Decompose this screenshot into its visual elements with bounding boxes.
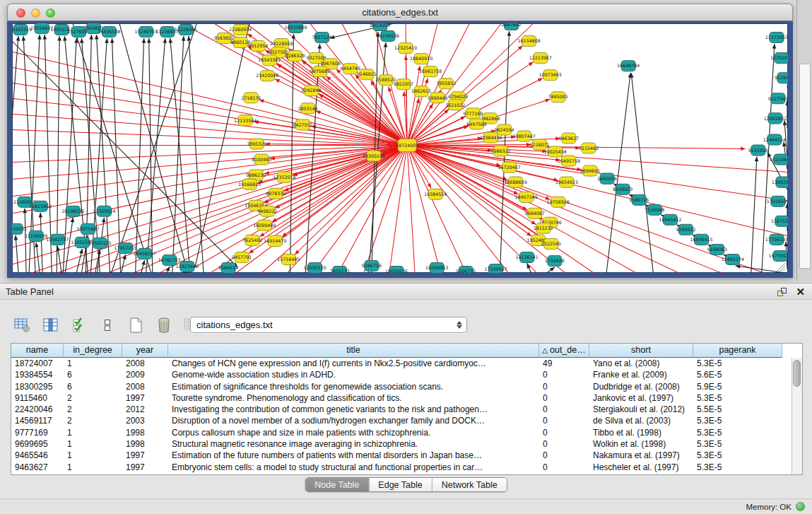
close-button[interactable] <box>16 8 25 18</box>
table-cell[interactable]: Disruption of a novel member of a sodium… <box>168 415 539 426</box>
close-panel-icon[interactable]: ✕ <box>796 284 805 300</box>
table-cell[interactable]: Franke et al. (2009) <box>589 369 693 380</box>
table-cell[interactable]: Yano et al. (2008) <box>589 358 693 369</box>
network-canvas[interactable]: 9163822886012889129542322605893275051654… <box>12 23 788 273</box>
column-header-name[interactable]: name <box>11 344 64 358</box>
table-row[interactable]: 1938455462009Genome-wide association stu… <box>11 369 792 380</box>
table-cell[interactable]: de Silva et al. (2003) <box>589 415 693 426</box>
table-cell[interactable]: 1998 <box>122 438 168 450</box>
table-cell[interactable]: 1 <box>64 427 122 438</box>
table-cell[interactable]: 2008 <box>122 358 168 369</box>
table-cell[interactable]: Tourette syndrome. Phenomenology and cla… <box>168 392 539 404</box>
table-cell[interactable]: 14569117 <box>11 415 64 426</box>
table-cell[interactable]: 5.6E-5 <box>693 369 782 380</box>
table-row[interactable]: 1872400712008Changes of HCN gene express… <box>11 358 792 369</box>
table-cell[interactable]: 5.3E-5 <box>693 450 782 461</box>
table-cell[interactable]: 1 <box>64 450 122 461</box>
scrollbar-thumb[interactable] <box>793 360 801 387</box>
table-cell[interactable]: 0 <box>539 415 589 426</box>
table-row[interactable]: 2242004622012Investigating the contribut… <box>11 404 792 415</box>
table-cell[interactable]: 2009 <box>122 369 168 380</box>
table-settings-icon[interactable] <box>13 316 32 334</box>
table-cell[interactable]: 5.3E-5 <box>693 392 782 404</box>
table-cell[interactable]: 9463627 <box>11 462 64 473</box>
table-selector-dropdown[interactable]: citations_edges.txt <box>190 317 467 333</box>
table-cell[interactable]: 2003 <box>122 415 168 426</box>
column-header-in_degree[interactable]: in_degree <box>64 344 122 358</box>
column-header-year[interactable]: year <box>122 344 168 358</box>
table-cell[interactable]: 9699695 <box>11 438 64 450</box>
table-cell[interactable]: 5.3E-5 <box>693 462 782 473</box>
table-cell[interactable]: Dudbridge et al. (2008) <box>589 381 693 392</box>
table-cell[interactable]: 0 <box>539 369 589 380</box>
table-cell[interactable]: Tibbo et al. (1998) <box>589 427 693 438</box>
table-cell[interactable]: 1 <box>64 358 122 369</box>
column-header-pagerank[interactable]: pagerank <box>693 344 782 358</box>
table-cell[interactable]: 9115460 <box>11 392 64 404</box>
table-cell[interactable]: 1998 <box>122 427 168 438</box>
table-cell[interactable]: Structural magnetic resonance image aver… <box>168 438 539 450</box>
table-cell[interactable]: Jankovic et al. (1997) <box>589 392 693 404</box>
table-row[interactable]: 1830029562008Estimation of significance … <box>11 381 792 392</box>
table-row[interactable]: 946362711997Embryonic stem cells: a mode… <box>11 462 792 473</box>
delete-column-icon[interactable] <box>154 316 173 334</box>
zoom-button[interactable] <box>46 8 55 18</box>
select-rows-icon[interactable] <box>69 316 88 334</box>
column-visibility-icon[interactable] <box>41 316 60 334</box>
table-cell[interactable]: 5.3E-5 <box>693 427 782 438</box>
table-cell[interactable]: Stergiakouli et al. (2012) <box>589 404 693 415</box>
table-cell[interactable]: 2008 <box>122 381 168 392</box>
table-cell[interactable]: 5.3E-5 <box>693 415 782 426</box>
tab-edge-table[interactable]: Edge Table <box>369 478 432 491</box>
table-cell[interactable]: 9465546 <box>11 450 64 461</box>
table-cell[interactable]: Wolkin et al. (1998) <box>589 438 693 450</box>
table-cell[interactable]: 22420046 <box>11 404 64 415</box>
table-cell[interactable]: 0 <box>539 462 589 473</box>
table-cell[interactable]: 5.5E-5 <box>693 404 782 415</box>
table-cell[interactable]: 18300295 <box>11 381 64 392</box>
table-cell[interactable]: 5.3E-5 <box>693 438 782 450</box>
table-cell[interactable]: Nakamura et al. (1997) <box>589 450 693 461</box>
table-cell[interactable]: 5.9E-5 <box>693 381 782 392</box>
table-cell[interactable]: Investigating the contribution of common… <box>168 404 539 415</box>
tab-network-table[interactable]: Network Table <box>433 478 507 491</box>
minimize-button[interactable] <box>31 8 40 18</box>
table-cell[interactable]: 18724007 <box>11 358 64 369</box>
table-cell[interactable]: 0 <box>539 450 589 461</box>
table-cell[interactable]: 0 <box>539 438 589 450</box>
table-cell[interactable]: 0 <box>539 427 589 438</box>
table-cell[interactable]: Estimation of significance thresholds fo… <box>168 381 539 392</box>
table-cell[interactable]: Hescheler et al. (1997) <box>589 462 693 473</box>
table-cell[interactable]: 0 <box>539 392 589 404</box>
table-cell[interactable]: 2 <box>64 404 122 415</box>
table-row[interactable]: 911546021997Tourette syndrome. Phenomeno… <box>11 392 792 404</box>
table-row[interactable]: 946554611997Estimation of the future num… <box>11 450 792 461</box>
table-cell[interactable]: 9777169 <box>11 427 64 438</box>
table-row[interactable]: 1456911722003Disruption of a novel membe… <box>11 415 792 426</box>
column-header-title[interactable]: title <box>168 344 539 358</box>
table-cell[interactable]: 2 <box>64 392 122 404</box>
table-cell[interactable]: 6 <box>64 369 122 380</box>
table-row[interactable]: 977716911998Corpus callosum shape and si… <box>11 427 792 438</box>
column-header-out_de[interactable]: △out_de… <box>539 344 589 358</box>
table-cell[interactable]: 0 <box>539 404 589 415</box>
table-cell[interactable]: 19384554 <box>11 369 64 380</box>
table-cell[interactable]: Embryonic stem cells: a model to study s… <box>168 462 539 473</box>
window-titlebar[interactable]: citations_edges.txt <box>7 4 793 21</box>
table-cell[interactable]: 1 <box>64 438 122 450</box>
table-cell[interactable]: 2 <box>64 415 122 426</box>
table-cell[interactable]: 1997 <box>122 450 168 461</box>
table-cell[interactable]: 49 <box>539 358 589 369</box>
table-cell[interactable]: 1997 <box>122 392 168 404</box>
table-cell[interactable]: Changes of HCN gene expression and I(f) … <box>168 358 539 369</box>
tab-node-table[interactable]: Node Table <box>305 478 369 491</box>
table-cell[interactable]: 2012 <box>122 404 168 415</box>
table-cell[interactable]: Genome-wide association studies in ADHD. <box>168 369 539 380</box>
table-row[interactable]: 969969511998Structural magnetic resonanc… <box>11 438 792 450</box>
column-header-short[interactable]: short <box>589 344 693 358</box>
table-cell[interactable]: Estimation of the future numbers of pati… <box>168 450 539 461</box>
table-cell[interactable]: 1997 <box>122 462 168 473</box>
row-height-icon[interactable] <box>98 316 117 334</box>
table-cell[interactable]: 6 <box>64 381 122 392</box>
new-column-icon[interactable] <box>126 316 145 334</box>
